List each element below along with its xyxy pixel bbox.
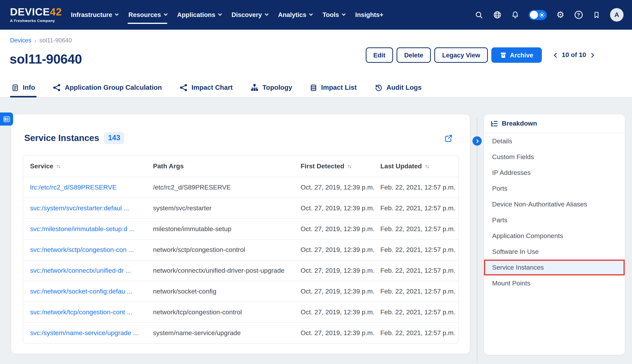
- sidebar-item-parts[interactable]: Parts: [484, 212, 625, 228]
- path-args-cell: network/tcp/congestion-control: [153, 308, 301, 316]
- device-pagination: 10 of 10: [554, 51, 593, 59]
- path-args-cell: network/sctp/congestion-control: [153, 246, 301, 254]
- external-link-icon[interactable]: [444, 134, 453, 144]
- legacy-view-button[interactable]: Legacy View: [434, 48, 488, 63]
- archive-box-icon: [500, 52, 507, 58]
- sidebar-item-details[interactable]: Details: [484, 133, 625, 149]
- device-actions: Edit Delete Legacy View Archive 10 of 10: [365, 48, 593, 63]
- last-updated-cell: Feb. 22, 2021, 12:57 p.m.: [380, 246, 459, 254]
- breadcrumb-devices-link[interactable]: Devices: [10, 37, 31, 44]
- sidebar-item-ports[interactable]: Ports: [484, 181, 625, 196]
- nav-item-infrastructure[interactable]: Infrastructure: [66, 0, 123, 30]
- collapse-sidebar-button[interactable]: [472, 136, 482, 146]
- user-avatar[interactable]: A: [610, 8, 623, 22]
- table-row: svc:/network/sctp/congestion-con ... net…: [23, 240, 459, 260]
- first-detected-cell: Oct. 27, 2019, 12:39 p.m.: [301, 288, 380, 295]
- service-link[interactable]: lrc:/etc/rc2_d/S89PRESERVE: [30, 184, 117, 191]
- service-link[interactable]: svc:/system/svc/restarter:defaul ...: [30, 204, 129, 212]
- last-updated-cell: Feb. 22, 2021, 12:57 p.m.: [380, 329, 459, 337]
- first-detected-cell: Oct. 27, 2019, 12:39 p.m.: [301, 329, 380, 337]
- column-header-last-updated[interactable]: Last Updated↑↓: [380, 162, 459, 170]
- table-row: svc:/network/tcp/congestion-cont ... net…: [23, 302, 459, 323]
- nav-item-discovery[interactable]: Discovery: [226, 0, 273, 30]
- sidebar-item-mount-points[interactable]: Mount Points: [484, 276, 625, 291]
- page-title: sol11-90640: [10, 52, 82, 67]
- nav-item-analytics[interactable]: Analytics: [273, 0, 317, 30]
- page-header: Devices › sol11-90640 sol11-90640 Edit D…: [0, 30, 632, 78]
- list-rows-icon: [310, 84, 317, 92]
- count-badge: 143: [104, 132, 124, 144]
- sun-icon: [539, 12, 544, 19]
- sidebar-item-custom-fields[interactable]: Custom Fields: [484, 149, 625, 165]
- archive-button[interactable]: Archive: [491, 48, 542, 63]
- breadcrumb: Devices › sol11-90640: [10, 37, 72, 44]
- help-icon[interactable]: ?: [574, 10, 583, 20]
- chevron-down-icon: [309, 12, 313, 16]
- panel-divider: [477, 118, 477, 362]
- service-link[interactable]: svc:/network/connectx/unified-dr ...: [30, 267, 131, 274]
- settings-gear-icon[interactable]: ⚙: [556, 10, 565, 20]
- first-detected-cell: Oct. 27, 2019, 12:39 p.m.: [301, 246, 380, 254]
- sitemap-icon: [251, 84, 259, 92]
- bookmark-icon[interactable]: [592, 10, 601, 20]
- tab-impact-chart[interactable]: Impact Chart: [178, 78, 234, 97]
- tab-topology[interactable]: Topology: [249, 78, 294, 97]
- table-row: svc:/system/name-service/upgrade ... sys…: [23, 323, 459, 344]
- first-detected-cell: Oct. 27, 2019, 12:39 p.m.: [301, 308, 380, 316]
- breakdown-header: Breakdown: [484, 114, 625, 133]
- next-device-icon[interactable]: [589, 52, 594, 58]
- panel-header: Service Instances 143: [24, 132, 124, 144]
- device42-logo[interactable]: DEVICE42 A Freshworks Company: [10, 7, 61, 23]
- last-updated-cell: Feb. 22, 2021, 12:57 p.m.: [380, 204, 459, 212]
- path-args-cell: system/name-service/upgrade: [153, 329, 301, 337]
- service-link[interactable]: svc:/network/sctp/congestion-con ...: [30, 246, 134, 253]
- tab-application-group-calculation[interactable]: Application Group Calculation: [51, 78, 163, 97]
- chevron-right-icon: [475, 139, 479, 143]
- sidebar-item-software-in-use[interactable]: Software In Use: [484, 244, 625, 260]
- tab-info[interactable]: Info: [10, 78, 37, 97]
- column-header-first-detected[interactable]: First Detected↑↓: [301, 162, 380, 170]
- theme-toggle[interactable]: [529, 10, 547, 20]
- globe-icon[interactable]: [492, 10, 502, 20]
- service-instances-panel: Service Instances 143 Service↑↓ Path Arg…: [11, 114, 470, 354]
- nav-item-resources[interactable]: Resources: [123, 0, 172, 30]
- service-link[interactable]: svc:/network/tcp/congestion-cont ...: [30, 308, 132, 316]
- path-args-cell: network/connectx/unified-driver-post-upg…: [153, 267, 301, 274]
- first-detected-cell: Oct. 27, 2019, 12:39 p.m.: [301, 184, 380, 191]
- edit-button[interactable]: Edit: [365, 48, 393, 63]
- show-panel-tab[interactable]: [0, 112, 13, 126]
- nav-item-insights[interactable]: Insights+: [350, 0, 389, 30]
- column-header-service[interactable]: Service↑↓: [30, 162, 153, 170]
- table-row: svc:/milestone/immutable-setup:d ... mil…: [23, 219, 459, 240]
- nav-item-applications[interactable]: Applications: [172, 0, 226, 30]
- first-detected-cell: Oct. 27, 2019, 12:39 p.m.: [301, 225, 380, 233]
- table-row: svc:/network/socket-config:defau ... net…: [23, 281, 459, 302]
- toggle-knob: [530, 11, 538, 19]
- notifications-bell-icon[interactable]: [511, 10, 520, 20]
- breadcrumb-separator: ›: [34, 37, 36, 44]
- history-icon: [374, 84, 382, 92]
- sort-icon: ↑↓: [347, 163, 351, 169]
- sidebar-item-device-non-authoritative-aliases[interactable]: Device Non-Authoritative Aliases: [484, 196, 625, 212]
- sidebar-item-service-instances[interactable]: Service Instances: [484, 260, 625, 276]
- table-row: svc:/network/connectx/unified-dr ... net…: [23, 260, 459, 281]
- tab-audit-logs[interactable]: Audit Logs: [373, 78, 423, 97]
- share-network-icon: [180, 84, 188, 92]
- sidebar-item-ip-addresses[interactable]: IP Addresses: [484, 165, 625, 181]
- pagination-label: 10 of 10: [562, 51, 586, 59]
- last-updated-cell: Feb. 22, 2021, 12:57 p.m.: [380, 225, 459, 233]
- previous-device-icon[interactable]: [554, 52, 558, 58]
- service-link[interactable]: svc:/milestone/immutable-setup:d ...: [30, 225, 135, 232]
- sidebar-item-application-components[interactable]: Application Components: [484, 228, 625, 244]
- tab-impact-list[interactable]: Impact List: [308, 78, 358, 97]
- service-link[interactable]: svc:/system/name-service/upgrade ...: [30, 329, 139, 336]
- first-detected-cell: Oct. 27, 2019, 12:39 p.m.: [301, 204, 380, 212]
- chevron-down-icon: [265, 12, 268, 16]
- delete-button[interactable]: Delete: [397, 48, 431, 63]
- search-icon[interactable]: [474, 10, 484, 20]
- service-link[interactable]: svc:/network/socket-config:defau ...: [30, 288, 132, 295]
- breakdown-sidebar: Breakdown Details Custom Fields IP Addre…: [484, 114, 625, 355]
- table-header-row: Service↑↓ Path Args First Detected↑↓ Las…: [23, 156, 459, 177]
- path-args-cell: /etc/rc2_d/S89PRESERVE: [153, 184, 301, 191]
- nav-item-tools[interactable]: Tools: [317, 0, 350, 30]
